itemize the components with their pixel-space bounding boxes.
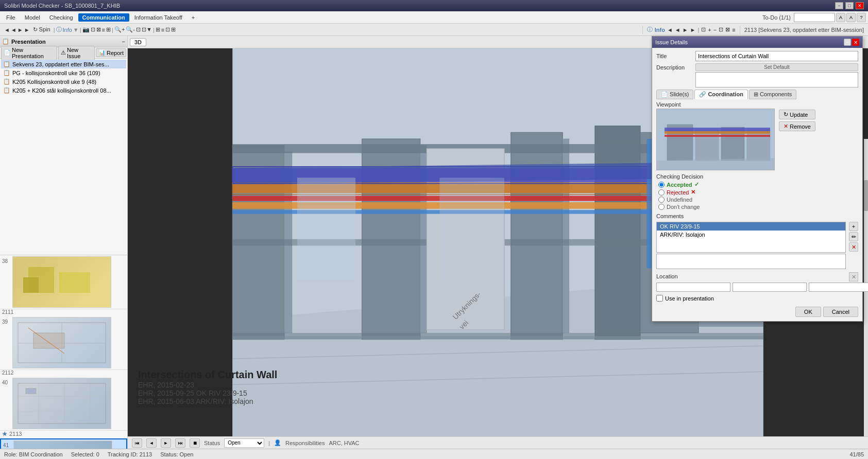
thumbnail-item[interactable]: 38 [0, 255, 127, 309]
update-btn[interactable]: ↻ Update [779, 110, 815, 119]
view-icon1[interactable]: ⊡ [91, 26, 95, 33]
list-item[interactable]: 📋 K205 + K206 stål kollisjonskontroll 08… [1, 86, 126, 95]
location-clear-btn[interactable]: ✕ [849, 272, 858, 281]
viewpoint-thumbnail[interactable] [656, 109, 775, 170]
zoom-select[interactable]: ⊡▼ [142, 26, 152, 33]
zoom-in[interactable]: 🔍+ [114, 26, 125, 33]
thumbnail-item[interactable]: 41 [0, 438, 127, 449]
maximize-button[interactable]: □ [845, 2, 854, 9]
dialog-close-btn[interactable]: ✕ [852, 39, 859, 46]
todo-input[interactable] [794, 13, 835, 22]
info-label-toolbar[interactable]: Info [63, 27, 72, 33]
edit-comment-btn[interactable]: ✏ [849, 232, 858, 241]
info-nav-fwd[interactable]: ► [683, 27, 688, 33]
nav-forward2[interactable]: ► [24, 27, 30, 33]
comments-header: Comments [656, 213, 858, 220]
toolbar-nav-btn2[interactable]: A [846, 13, 856, 22]
radio-rejected-input[interactable] [658, 189, 665, 196]
title-input[interactable] [695, 51, 858, 61]
nav-back[interactable]: ◄ [4, 27, 10, 33]
delete-comment-icon: ✕ [852, 244, 856, 251]
viewport-tab-label[interactable]: 3D [130, 38, 146, 46]
location-field2[interactable] [733, 283, 807, 292]
list-item[interactable]: 📋 K205 Kollisjonskontroll uke 9 (48) [1, 77, 126, 86]
zoom-fit[interactable]: ⊡ [136, 26, 141, 33]
section-icon[interactable]: ⊡ [165, 26, 170, 33]
view-icon2[interactable]: ⊠ [96, 26, 101, 33]
playback-prev-btn[interactable]: ◄ [146, 438, 157, 448]
use-in-presentation-checkbox[interactable] [656, 295, 663, 302]
zoom-out[interactable]: 🔍- [126, 26, 135, 33]
list-item[interactable]: 📋 Sekvens 23, oppdatert etter BIM-ses... [1, 60, 126, 68]
info-nav-back[interactable]: ◄ [675, 27, 680, 33]
menu-communication[interactable]: Communication [78, 13, 129, 22]
location-field3[interactable] [809, 283, 868, 292]
thumbnail-item[interactable]: 40 [0, 377, 127, 431]
nav-back2[interactable]: ◄ [11, 27, 16, 33]
comment-text-display[interactable] [656, 254, 846, 269]
location-field1[interactable] [656, 283, 730, 292]
svg-rect-2 [23, 277, 39, 293]
radio-undefined-input[interactable] [658, 197, 665, 203]
toolbar-nav-btn3[interactable]: ? [857, 13, 866, 22]
info-nav-prev[interactable]: ◄ [667, 27, 673, 33]
info-action5[interactable]: ⊠ [725, 26, 730, 33]
status-select[interactable]: Open Closed In Progress [224, 438, 264, 448]
dialog-title-text: Issue Details [655, 39, 688, 45]
radio-dontchange[interactable]: Don't change [658, 204, 858, 210]
comment-item[interactable]: ARK/RIV: Isolajon [657, 231, 845, 239]
nav-forward[interactable]: ► [18, 27, 23, 33]
menu-model[interactable]: Model [21, 13, 44, 22]
title-label: Title [656, 53, 693, 59]
close-button[interactable]: ✕ [856, 2, 864, 9]
layers-icon[interactable]: ≡ [161, 27, 164, 33]
playback-stop-btn[interactable]: ⏹ [190, 438, 200, 448]
toolbar-nav-btn1[interactable]: A [836, 13, 845, 22]
info-action4[interactable]: ⊡ [719, 26, 723, 33]
spin-btn[interactable]: ↻ Spin [31, 26, 53, 33]
report-btn[interactable]: 📊 Report [96, 48, 126, 57]
info-action6[interactable]: ≡ [732, 27, 735, 33]
menu-plus[interactable]: + [188, 13, 199, 22]
radio-accepted[interactable]: Accepted ✓ [658, 181, 858, 188]
info-label-right[interactable]: Info [655, 27, 665, 33]
radio-rejected[interactable]: Rejected ✕ [658, 189, 858, 196]
thumbnail-item[interactable]: 39 [0, 316, 127, 370]
new-issue-btn[interactable]: ⚠ New Issue [58, 46, 95, 60]
info-action3[interactable]: − [713, 27, 717, 33]
menu-file[interactable]: File [2, 13, 20, 22]
tab-slides[interactable]: 📄 Slide(s) [656, 90, 693, 99]
new-presentation-btn[interactable]: 📄 New Presentation [1, 46, 57, 60]
panel-minimize-btn[interactable]: − [122, 39, 125, 45]
radio-dontchange-input[interactable] [658, 204, 665, 210]
info-nav-fwd2[interactable]: ► [690, 27, 696, 33]
remove-btn[interactable]: ✕ Remove [779, 121, 815, 131]
playback-play-btn[interactable]: ► [161, 438, 171, 448]
thumbnail-svg [14, 441, 112, 449]
playback-next-btn[interactable]: ⏭ [175, 438, 185, 448]
info-action1[interactable]: ⊡ [701, 26, 706, 33]
description-textarea[interactable] [695, 72, 858, 87]
dialog-minimize-btn[interactable]: − [844, 39, 851, 46]
dialog-title-bar[interactable]: Issue Details − ✕ [652, 37, 862, 48]
delete-comment-btn[interactable]: ✕ [849, 242, 858, 252]
tab-components[interactable]: ⊞ Components [749, 90, 796, 99]
add-comment-btn[interactable]: + [849, 222, 858, 231]
menu-checking[interactable]: Checking [45, 13, 77, 22]
radio-accepted-input[interactable] [658, 182, 665, 188]
extra-icon[interactable]: ⊞ [171, 26, 176, 33]
cancel-button[interactable]: Cancel [823, 307, 858, 317]
view-icon3[interactable]: ≡ [102, 27, 105, 33]
ok-button[interactable]: OK [795, 307, 821, 317]
tab-coordination[interactable]: 🔗 Coordination [694, 90, 748, 99]
minimize-button[interactable]: − [835, 2, 843, 9]
split-view[interactable]: ⊞ [156, 26, 160, 33]
menu-information-takeoff[interactable]: Information Takeoff [130, 13, 186, 22]
radio-undefined[interactable]: Undefined [658, 197, 858, 203]
info-action2[interactable]: + [708, 27, 711, 33]
list-item[interactable]: 📋 PG - kollisjonskontroll uke 36 (109) [1, 68, 126, 77]
set-default-btn[interactable]: Set Default [695, 63, 858, 71]
comment-item[interactable]: OK RIV 23/9-15 [657, 222, 845, 231]
playback-first-btn[interactable]: ⏮ [132, 438, 142, 448]
view-icon4[interactable]: ⊞ [106, 26, 111, 33]
